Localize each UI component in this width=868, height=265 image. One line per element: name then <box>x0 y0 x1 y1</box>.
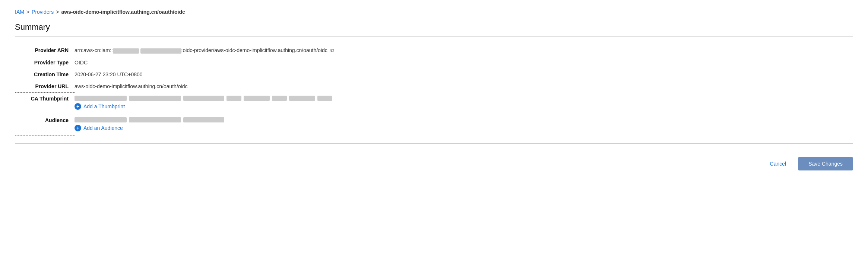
audience-row: Audience + Add an Audience <box>15 114 425 136</box>
cancel-button[interactable]: Cancel <box>764 158 792 170</box>
thumbprint-redacted-5 <box>244 96 270 101</box>
breadcrumb-sep1: > <box>26 9 29 15</box>
provider-url-value: aws-oidc-demo-implicitflow.authing.cn/oa… <box>75 80 425 93</box>
audience-redacted-3 <box>183 117 224 122</box>
thumbprint-redacted-8 <box>317 96 332 101</box>
thumbprint-redacted-3 <box>183 96 224 101</box>
thumbprint-redacted-7 <box>289 96 315 101</box>
provider-arn-row: Provider ARN arn:aws-cn:iam:: :oidc-prov… <box>15 44 425 57</box>
ca-thumbprint-value: + Add a Thumbprint <box>75 93 425 114</box>
add-thumbprint-link[interactable]: + Add a Thumbprint <box>75 103 425 110</box>
breadcrumb-current: aws-oidc-demo-implicitflow.authing.cn/oa… <box>61 9 185 15</box>
provider-type-value: OIDC <box>75 57 425 68</box>
copy-icon[interactable]: ⧉ <box>330 47 334 54</box>
save-changes-button[interactable]: Save Changes <box>798 157 853 170</box>
creation-time-label: Creation Time <box>15 68 75 80</box>
creation-time-row: Creation Time 2020-06-27 23:20 UTC+0800 <box>15 68 425 80</box>
audience-label: Audience <box>15 114 75 136</box>
page-title: Summary <box>15 22 853 32</box>
provider-url-label: Provider URL <box>15 80 75 93</box>
arn-text: arn:aws-cn:iam:: :oidc-provider/aws-oidc… <box>75 47 327 53</box>
arn-redacted-2 <box>140 48 181 54</box>
creation-time-value: 2020-06-27 23:20 UTC+0800 <box>75 68 425 80</box>
top-divider <box>15 36 853 37</box>
breadcrumb-providers[interactable]: Providers <box>32 9 54 15</box>
breadcrumb: IAM > Providers > aws-oidc-demo-implicit… <box>15 9 853 15</box>
arn-redacted-1 <box>113 48 139 54</box>
thumbprint-redacted-group <box>75 96 425 101</box>
add-audience-icon: + <box>75 125 81 131</box>
audience-redacted-2 <box>129 117 181 122</box>
provider-type-row: Provider Type OIDC <box>15 57 425 68</box>
info-table: Provider ARN arn:aws-cn:iam:: :oidc-prov… <box>15 44 425 136</box>
thumbprint-redacted-2 <box>129 96 181 101</box>
audience-value: + Add an Audience <box>75 114 425 136</box>
ca-thumbprint-label: CA Thumbprint <box>15 93 75 114</box>
provider-arn-label: Provider ARN <box>15 44 75 57</box>
add-thumbprint-icon: + <box>75 103 81 110</box>
provider-url-row: Provider URL aws-oidc-demo-implicitflow.… <box>15 80 425 93</box>
thumbprint-redacted-1 <box>75 96 127 101</box>
audience-redacted-1 <box>75 117 127 122</box>
arn-container: arn:aws-cn:iam:: :oidc-provider/aws-oidc… <box>75 47 425 54</box>
provider-type-label: Provider Type <box>15 57 75 68</box>
ca-thumbprint-row: CA Thumbprint + Add a Thumbprint <box>15 93 425 114</box>
add-audience-link[interactable]: + Add an Audience <box>75 125 425 131</box>
audience-redacted-group <box>75 117 425 122</box>
provider-arn-value: arn:aws-cn:iam:: :oidc-provider/aws-oidc… <box>75 44 425 57</box>
thumbprint-redacted-4 <box>226 96 241 101</box>
action-row: Cancel Save Changes <box>15 151 853 176</box>
thumbprint-redacted-6 <box>272 96 287 101</box>
bottom-divider <box>15 143 853 144</box>
page-container: IAM > Providers > aws-oidc-demo-implicit… <box>0 0 868 185</box>
breadcrumb-sep2: > <box>56 9 59 15</box>
breadcrumb-iam[interactable]: IAM <box>15 9 24 15</box>
add-audience-label: Add an Audience <box>83 125 123 131</box>
add-thumbprint-label: Add a Thumbprint <box>83 103 125 109</box>
